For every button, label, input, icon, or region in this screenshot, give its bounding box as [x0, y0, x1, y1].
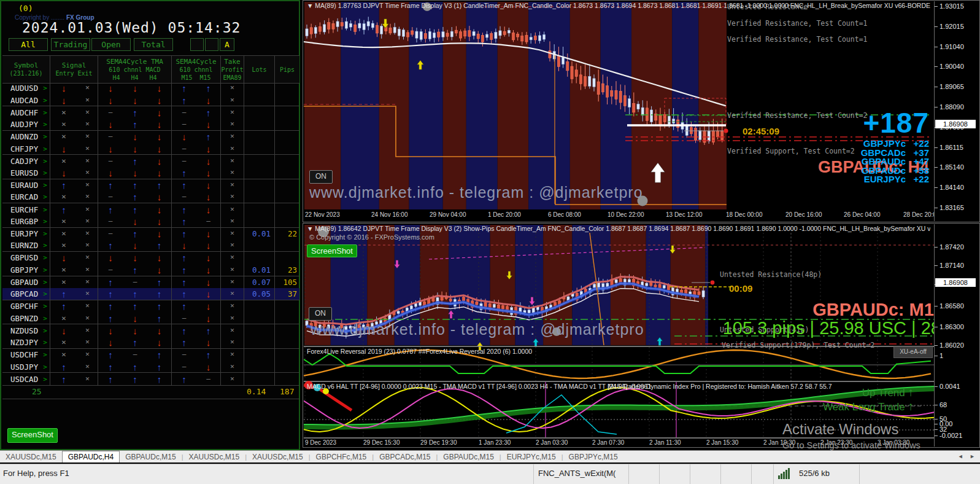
m15-chnnl-cell: – — [196, 216, 221, 227]
m15-time-label: 2 Jan 03:30 — [536, 439, 568, 446]
indicator-scale-label: 68 — [939, 401, 947, 408]
chart-tab-bar: XAUUSDc,M15GBPAUDc,H4GBPAUDc,M15|XAUUSDc… — [0, 450, 980, 463]
h4-price-label: 1.86115 — [939, 144, 963, 151]
table-row-AUDNZD[interactable]: AUDNZD>✕✕–↓↓↓↑✕ — [2, 131, 299, 143]
m15-chnnl-cell: ↓ — [196, 276, 221, 289]
m15-chnnl-cell: ↑ — [196, 82, 221, 95]
filter-button-open[interactable]: Open — [91, 38, 131, 51]
chart-tab-GBPCADc-M15[interactable]: GBPCADc,M15 — [374, 451, 436, 463]
fxpro-copyright: © Copyright © 2016 - FXProSystems.com — [309, 233, 434, 241]
chart-tab-GBPAUDc-M15[interactable]: GBPAUDc,M15 — [438, 451, 499, 463]
h4-time-label: 18 Dec 00:00 — [726, 211, 763, 218]
lots-cell — [244, 143, 275, 155]
activate-windows-watermark: Activate Windows Go to Settings to activ… — [782, 421, 920, 450]
statusbar-cell-divider — [533, 464, 534, 484]
status-bar: For Help, press F1 FNC_ANTS_wExit(M( 525… — [0, 464, 980, 484]
table-row-GBPCHF[interactable]: GBPCHF>↑✕↑↑↑↑↓✕ — [2, 300, 299, 313]
small-button-2[interactable] — [205, 38, 218, 51]
chart-tab-GBPJPYc-M15[interactable]: GBPJPYc,M15 — [563, 451, 623, 463]
symbol-cell: EURJPY — [2, 228, 41, 240]
chart-tab-XAUUSDc-M15[interactable]: XAUUSDc,M15 — [247, 451, 309, 463]
table-row-EURCHF[interactable]: EURCHF>↑✕↑↑↓↑↓✕ — [2, 203, 299, 216]
m15-time-label: 29 Dec 15:30 — [363, 439, 400, 446]
chart-tab-GBPAUDc-H4[interactable]: GBPAUDc,H4 — [62, 451, 120, 463]
table-row-NZDJPY[interactable]: NZDJPY>✕✕↓↑↓↑↓✕ — [2, 337, 299, 349]
m15-sema-cell: ↑ — [172, 264, 196, 276]
table-row-NZDUSD[interactable]: NZDUSD>↓✕↓↓↓↑↑✕ — [2, 324, 299, 337]
screenshot-button[interactable]: ScreenShot — [7, 428, 58, 443]
h4-macd-cell: ↑ — [147, 240, 172, 251]
xu-ea-off-button[interactable]: XU-eA-off — [893, 346, 933, 358]
h4-macd-cell: ↓ — [147, 143, 172, 155]
filter-button-total[interactable]: Total — [134, 38, 173, 51]
table-row-GBPUSD[interactable]: GBPUSD>↓✕↓↓↓↑↓✕ — [2, 252, 299, 264]
table-row-CHFJPY[interactable]: CHFJPY>↓✕↓↓↓–↓✕ — [2, 143, 299, 155]
small-button-3[interactable]: A — [220, 38, 234, 51]
chart-tab-XAUUSDc-M15[interactable]: XAUUSDc,M15 — [183, 451, 245, 463]
m15-chnnl-cell: ↓ — [196, 167, 221, 179]
symbol-cell: AUDUSD — [2, 82, 41, 95]
table-row-EURGBP[interactable]: EURGBP>✕✕–↓↓↑–✕ — [2, 216, 299, 228]
chart-tab-GBPCHFc-M15[interactable]: GBPCHFc,M15 — [311, 451, 372, 463]
statusbar-cell-divider — [628, 464, 629, 484]
table-row-USDJPY[interactable]: USDJPY>↑✕↑↑↑–↓✕ — [2, 361, 299, 373]
table-row-EURAUD[interactable]: EURAUD>↑✕↑↑↑↑↓✕ — [2, 179, 299, 192]
m15-time-label: 9 Dec 2023 — [305, 439, 336, 446]
filter-button-all[interactable]: All — [9, 38, 48, 51]
m15-chnnl-cell: ↑ — [196, 106, 221, 119]
exit-signal-cell: ✕ — [77, 300, 98, 313]
h4-macd-cell: ↓ — [147, 203, 172, 216]
table-row-USDCHF[interactable]: USDCHF>✕✕↑–↑–↑✕ — [2, 349, 299, 361]
lots-cell — [244, 349, 275, 361]
m15-chnnl-cell: ↓ — [196, 300, 221, 313]
m15-sema-cell: – — [172, 313, 196, 324]
total-count: 25 — [32, 387, 42, 396]
tab-scroll-arrows[interactable]: ◄ ► — [958, 453, 978, 459]
entry-signal-cell: ↓ — [50, 82, 77, 95]
order-counter: (0) — [18, 4, 33, 13]
chart-tab-EURJPYc-M15[interactable]: EURJPYc,M15 — [501, 451, 561, 463]
table-row-GBPCAD[interactable]: GBPCAD>↑✕↑↑↑↑↓✕0.0537 — [2, 288, 299, 300]
lots-cell — [244, 324, 275, 337]
h4-time-label: 22 Nov 2023 — [305, 211, 340, 218]
table-row-EURCAD[interactable]: EURCAD>✕✕–↑↓–↓✕ — [2, 191, 299, 203]
chart-tab-XAUUSDc-M15[interactable]: XAUUSDc,M15 — [0, 451, 62, 463]
verified-resistance-label-3: Verified Resistance, Test Count=2 — [727, 111, 867, 120]
chart-tab-GBPAUDc-M15[interactable]: GBPAUDc,M15 — [120, 451, 181, 463]
exit-signal-cell: ✕ — [77, 240, 98, 251]
takeprofit-cell: ✕ — [221, 349, 244, 361]
m15-chnnl-cell: – — [196, 373, 221, 385]
statusbar-cell-divider — [720, 464, 721, 484]
table-row-GBPJPY[interactable]: GBPJPY>✕✕–↑↓↑↓✕0.0123 — [2, 264, 299, 276]
table-row-EURUSD[interactable]: EURUSD>↓✕↓↓↓↑↓✕ — [2, 167, 299, 179]
table-row-USDCAD[interactable]: USDCAD>↑✕↑↑↑↑–✕ — [2, 373, 299, 385]
h4-sema-cell: ↓ — [98, 252, 123, 264]
screenshot-button-m15[interactable]: ScreenShot — [307, 244, 357, 257]
header-signal-line1: Signal — [50, 61, 98, 69]
table-row-AUDCAD[interactable]: AUDCAD>↓✕↓↓↓↑↓✕ — [2, 95, 299, 107]
header-signal: SignalEntry Exit — [50, 56, 98, 83]
table-row-GBPNZD[interactable]: GBPNZD>✕✕↑↓↑–↓✕ — [2, 313, 299, 325]
weak-long-trade-text: Weak Long Trade — [823, 401, 905, 413]
on-toggle-button-h4[interactable]: ON — [309, 170, 333, 184]
m15-time-label: 2 Jan 11:30 — [649, 439, 681, 446]
table-row-CADJPY[interactable]: CADJPY>✕✕–↑↓–↓✕ — [2, 155, 299, 167]
open-trades-pips-list: GBPJPYc +22GBPCADc +37GBPAUDc +47GBPAUDc… — [861, 139, 929, 184]
exit-signal-cell: ✕ — [77, 143, 98, 155]
lots-cell — [244, 106, 275, 119]
lots-cell — [244, 361, 275, 373]
filter-button-trading[interactable]: Trading — [51, 38, 90, 51]
table-row-EURJPY[interactable]: EURJPY>✕✕–↑↓↑↓✕0.0122 — [2, 228, 299, 240]
h4-chnnl-cell: ↓ — [123, 324, 147, 337]
table-row-EURNZD[interactable]: EURNZD>✕✕↑↓↑↓↓✕ — [2, 240, 299, 252]
lots-cell — [244, 119, 275, 130]
symbol-cell: GBPJPY — [2, 264, 41, 276]
h4-macd-cell: ↑ — [147, 276, 172, 289]
on-toggle-button-m15[interactable]: ON — [309, 307, 332, 321]
small-button-1[interactable] — [190, 38, 204, 51]
table-row-AUDCHF[interactable]: AUDCHF>✕✕–↑↓–↑✕ — [2, 106, 299, 119]
row-chevron-icon: > — [41, 276, 50, 289]
table-row-AUDUSD[interactable]: AUDUSD>↓✕↓↓↓↑↑✕ — [2, 82, 299, 95]
table-row-AUDJPY[interactable]: AUDJPY>✕✕↓↑↓–↓✕ — [2, 119, 299, 131]
table-row-GBPAUD[interactable]: GBPAUD>✕✕↑–↑↑↓✕0.07105 — [2, 276, 299, 289]
